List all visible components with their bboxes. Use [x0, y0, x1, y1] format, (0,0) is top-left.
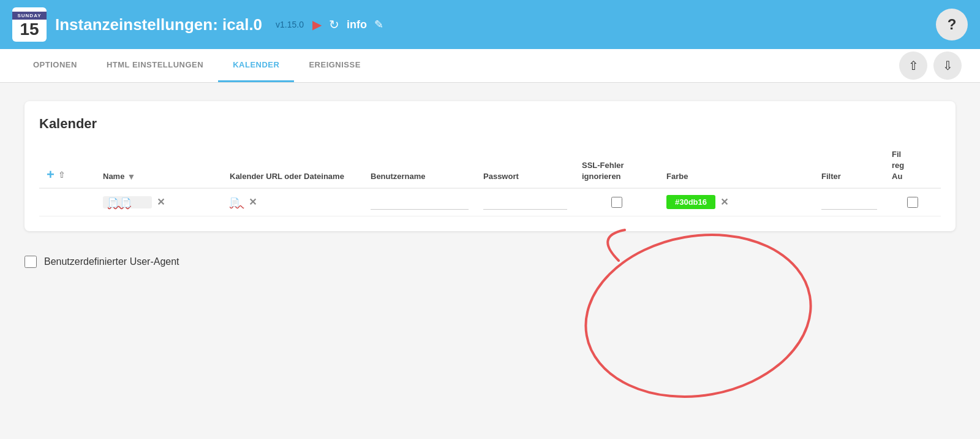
download-button[interactable]: ⇩ — [933, 52, 962, 80]
row-actions — [39, 188, 96, 216]
main-content: Kalender + ⇧ Name ▼ — [0, 83, 980, 424]
tab-kalender[interactable]: KALENDER — [218, 49, 294, 82]
kalender-card: Kalender + ⇧ Name ▼ — [24, 101, 956, 231]
info-button[interactable]: info — [347, 18, 367, 31]
filter-icon: ▼ — [127, 172, 135, 181]
password-input[interactable] — [483, 195, 567, 210]
tab-optionen[interactable]: OPTIONEN — [18, 49, 92, 82]
name-value[interactable]: 📄 📄 — [103, 196, 152, 208]
user-agent-label: Benutzerdefinierter User-Agent — [44, 256, 179, 267]
color-cell: #30db16 ✕ — [666, 195, 807, 209]
refresh-button[interactable]: ↻ — [329, 17, 339, 32]
help-button[interactable]: ? — [936, 9, 968, 40]
filter-input[interactable] — [821, 195, 877, 210]
row-username-cell — [363, 188, 476, 216]
version-label: v1.15.0 — [276, 20, 304, 29]
th-farbe: Farbe — [659, 144, 814, 188]
header-left: SUNDAY 15 Instanzeinstellungen: ical.0 v… — [12, 7, 383, 42]
row-filtreg-cell — [884, 188, 941, 216]
th-username: Benutzername — [363, 144, 476, 188]
filtreg-checkbox[interactable] — [907, 197, 918, 208]
filtreg-checkbox-wrapper — [892, 197, 933, 208]
app-icon: SUNDAY 15 — [12, 7, 47, 42]
th-name: Name ▼ — [96, 144, 222, 188]
th-ssl-label: SSL-Fehler ignorieren — [582, 161, 624, 181]
tab-html[interactable]: HTML EINSTELLUNGEN — [92, 49, 218, 82]
tab-ereignisse[interactable]: EREIGNISSE — [294, 49, 375, 82]
th-actions: + ⇧ — [39, 144, 96, 188]
play-button[interactable]: ▶ — [312, 17, 322, 32]
th-url-label: Kalender URL oder Dateiname — [230, 172, 344, 181]
th-farbe-label: Farbe — [666, 172, 688, 181]
url-value[interactable]: 📄 — [230, 197, 244, 207]
row-ssl-cell — [575, 188, 659, 216]
row-name-cell: 📄 📄 ✕ — [96, 188, 222, 216]
app-icon-date: 15 — [20, 21, 39, 38]
row-password-cell — [476, 188, 575, 216]
th-name-label: Name — [103, 171, 124, 182]
app-header: SUNDAY 15 Instanzeinstellungen: ical.0 v… — [0, 0, 980, 49]
th-password-label: Passwort — [483, 172, 519, 181]
sort-button[interactable]: ⇧ — [58, 170, 66, 180]
url-with-delete: 📄 ✕ — [230, 196, 356, 208]
row-url-cell: 📄 ✕ — [222, 188, 363, 216]
name-with-delete: 📄 📄 ✕ — [103, 196, 215, 208]
user-agent-checkbox[interactable] — [24, 256, 37, 268]
color-delete-button[interactable]: ✕ — [720, 196, 728, 208]
ssl-checkbox-wrapper — [582, 197, 652, 208]
row-filter-cell — [814, 188, 884, 216]
row-farbe-cell: #30db16 ✕ — [659, 188, 814, 216]
card-title: Kalender — [39, 116, 941, 132]
th-url: Kalender URL oder Dateiname — [222, 144, 363, 188]
th-filter-label: Filter — [821, 172, 841, 181]
upload-button[interactable]: ⇧ — [899, 52, 927, 80]
app-icon-day-label: SUNDAY — [12, 12, 47, 20]
th-password: Passwort — [476, 144, 575, 188]
bottom-section: Benutzerdefinierter User-Agent — [24, 250, 956, 274]
kalender-table: + ⇧ Name ▼ Kalender URL oder Dateiname — [39, 144, 941, 216]
url-delete-button[interactable]: ✕ — [249, 196, 257, 208]
header-controls: ▶ ↻ info ✎ — [312, 17, 383, 32]
app-title: Instanzeinstellungen: ical.0 — [55, 15, 262, 34]
th-filtreg: FilregAu — [884, 144, 941, 188]
nav-bar: OPTIONEN HTML EINSTELLUNGEN KALENDER ERE… — [0, 49, 980, 83]
add-row-button[interactable]: + — [47, 167, 55, 183]
username-input[interactable] — [371, 195, 469, 210]
th-filtreg-label: FilregAu — [892, 150, 904, 181]
th-ssl: SSL-Fehler ignorieren — [575, 144, 659, 188]
table-row: 📄 📄 ✕ 📄 ✕ — [39, 188, 941, 216]
nav-actions: ⇧ ⇩ — [899, 52, 962, 80]
th-username-label: Benutzername — [371, 172, 426, 181]
edit-button[interactable]: ✎ — [374, 18, 383, 31]
name-delete-button[interactable]: ✕ — [157, 196, 165, 208]
th-filter: Filter — [814, 144, 884, 188]
nav-tabs: OPTIONEN HTML EINSTELLUNGEN KALENDER ERE… — [18, 49, 375, 82]
color-swatch[interactable]: #30db16 — [666, 195, 715, 209]
ssl-checkbox[interactable] — [611, 197, 622, 208]
